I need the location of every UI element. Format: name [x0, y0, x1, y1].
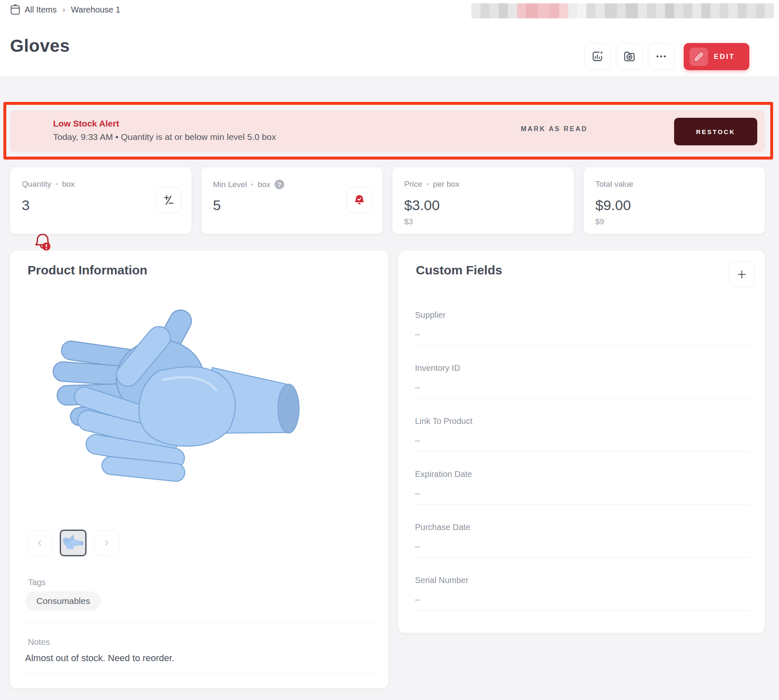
field-value: – — [415, 488, 420, 498]
field-value: – — [415, 594, 420, 604]
stat-cards-row: Quantity • box 3 Min Level • — [10, 167, 765, 234]
notes-text: Almost out of stock. Need to reorder. — [25, 653, 174, 664]
low-stock-alert-banner: Low Stock Alert Today, 9:33 AM • Quantit… — [10, 110, 765, 152]
field-label: Expiration Date — [415, 469, 472, 479]
chevron-right-icon — [102, 539, 111, 547]
chevron-left-icon — [36, 539, 44, 547]
low-stock-alert-toggle-button[interactable] — [346, 187, 372, 213]
custom-fields-list: Supplier – Inventory ID – Link To Produc… — [415, 307, 750, 625]
alert-title: Low Stock Alert — [53, 119, 119, 129]
help-icon[interactable]: ? — [275, 180, 284, 189]
field-value: – — [415, 541, 420, 551]
total-value-value: $9.00 — [596, 197, 631, 213]
price-unit: per box — [433, 180, 459, 189]
image-carousel — [27, 530, 119, 556]
notes-label: Notes — [28, 637, 50, 647]
header: All Items › Warehouse 1 Gloves — [0, 0, 779, 76]
custom-fields-title: Custom Fields — [416, 263, 502, 277]
image-thumbnail-selected[interactable] — [60, 530, 87, 556]
custom-field-row-purchase-date: Purchase Date – — [415, 519, 750, 572]
total-value-subvalue: $9 — [596, 217, 604, 226]
carousel-next-button[interactable] — [94, 530, 119, 555]
breadcrumb-separator: › — [61, 5, 67, 14]
total-value-card: Total value $9.00 $9 — [584, 167, 765, 234]
ellipsis-icon — [655, 50, 667, 63]
adjust-quantity-button[interactable] — [155, 187, 181, 213]
product-information-title: Product Information — [28, 263, 148, 277]
field-value: – — [415, 382, 420, 392]
tag-consumables[interactable]: Consumables — [25, 591, 101, 611]
folder-arrow-icon — [623, 50, 636, 63]
bell-check-icon — [353, 193, 366, 207]
field-value: – — [415, 329, 420, 339]
mark-as-read-button[interactable]: MARK AS READ — [521, 125, 588, 133]
breadcrumb-all-items[interactable]: All Items — [25, 5, 57, 15]
field-label: Purchase Date — [415, 522, 470, 532]
field-label: Supplier — [415, 310, 446, 320]
quantity-unit: box — [62, 180, 75, 189]
price-label: Price — [404, 180, 422, 189]
price-value: $3.00 — [404, 197, 440, 213]
redacted-blur-bar — [471, 3, 774, 18]
divider — [24, 622, 378, 623]
min-level-label: Min Level — [213, 180, 247, 189]
divider — [24, 673, 378, 674]
restock-button[interactable]: RESTOCK — [674, 118, 757, 145]
plus-minus-icon — [162, 194, 175, 206]
product-information-card: Product Information — [10, 251, 388, 688]
field-value: – — [415, 435, 420, 445]
product-photo — [38, 290, 322, 518]
custom-field-row-link-to-product: Link To Product – — [415, 413, 750, 466]
chart-sparkle-icon — [591, 50, 604, 63]
field-label: Inventory ID — [415, 363, 460, 373]
move-item-button[interactable] — [616, 43, 643, 70]
min-level-value: 5 — [213, 197, 221, 213]
custom-fields-card: Custom Fields Supplier – Inventory ID – … — [398, 251, 765, 633]
price-subvalue: $3 — [404, 217, 413, 226]
carousel-prev-button[interactable] — [27, 530, 52, 555]
custom-field-row-inventory-id: Inventory ID – — [415, 360, 750, 413]
total-value-label: Total value — [596, 180, 634, 189]
field-label: Serial Number — [415, 576, 468, 585]
item-detail-page: All Items › Warehouse 1 Gloves — [0, 0, 779, 700]
alert-bell-icon — [33, 231, 53, 252]
min-level-unit: box — [257, 180, 270, 189]
custom-field-row-expiration-date: Expiration Date – — [415, 466, 750, 519]
plus-icon — [736, 269, 747, 280]
edit-button-label: EDIT — [714, 53, 735, 61]
more-actions-button[interactable] — [648, 43, 675, 70]
pencil-icon — [690, 48, 708, 66]
tags-label: Tags — [28, 578, 46, 587]
edit-button[interactable]: EDIT — [684, 43, 749, 70]
breadcrumb-warehouse-1[interactable]: Warehouse 1 — [71, 5, 120, 15]
reports-button[interactable] — [584, 43, 611, 70]
price-card: Price • per box $3.00 $3 — [392, 167, 574, 234]
quantity-card: Quantity • box 3 — [10, 167, 191, 234]
custom-field-row-supplier: Supplier – — [415, 307, 750, 360]
quantity-value: 3 — [22, 197, 30, 213]
quantity-label: Quantity — [22, 180, 51, 189]
alert-message: Today, 9:33 AM • Quantity is at or below… — [53, 132, 276, 142]
add-custom-field-button[interactable] — [729, 261, 755, 287]
box-icon — [10, 4, 20, 15]
custom-field-row-serial-number: Serial Number – — [415, 572, 750, 625]
field-label: Link To Product — [415, 416, 473, 426]
breadcrumb: All Items › Warehouse 1 — [10, 4, 120, 15]
min-level-card: Min Level • box ? 5 — [201, 167, 383, 234]
page-title: Gloves — [10, 36, 70, 56]
